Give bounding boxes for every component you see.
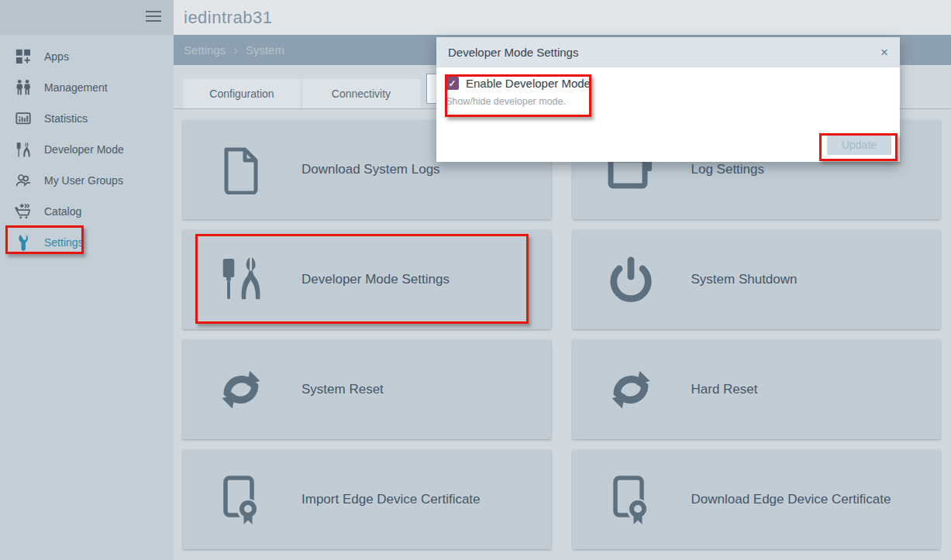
dialog-title: Developer Mode Settings (448, 46, 578, 59)
catalog-icon (13, 203, 33, 220)
sidebar-item-my-user-groups[interactable]: My User Groups (0, 165, 174, 196)
sidebar-item-developer-mode[interactable]: Developer Mode (0, 134, 174, 165)
sidebar-item-label: Management (44, 81, 108, 94)
breadcrumb-settings[interactable]: Settings (184, 43, 226, 57)
sidebar-item-catalog[interactable]: Catalog (0, 196, 174, 227)
sidebar-item-label: Settings (44, 236, 84, 249)
tile-label: Log Settings (691, 162, 765, 177)
tile-label: Developer Mode Settings (301, 272, 450, 287)
tile-label: System Reset (301, 382, 384, 397)
update-button[interactable]: Update (827, 135, 891, 155)
sidebar-item-statistics[interactable]: Statistics (0, 103, 174, 134)
dialog-header: Developer Mode Settings × (436, 37, 900, 67)
tile-system-reset[interactable]: System Reset (183, 340, 551, 439)
tile-grid: Download System Logs Log Settings (174, 109, 951, 549)
tile-developer-mode-settings[interactable]: Developer Mode Settings (183, 230, 551, 329)
sidebar-header (0, 0, 174, 35)
tile-import-edge-device-certificate[interactable]: Import Edge Device Certificate (183, 450, 551, 549)
tools-icon (215, 256, 267, 303)
developer-mode-settings-dialog: Developer Mode Settings × ✓ Enable Devel… (436, 37, 900, 162)
sidebar-item-label: Catalog (44, 205, 81, 218)
dialog-body: ✓ Enable Developer Mode Show/hide develo… (436, 67, 900, 107)
tile-label: System Shutdown (691, 272, 798, 287)
management-icon (13, 79, 33, 96)
sidebar-item-label: Developer Mode (44, 143, 124, 156)
certificate-icon (605, 473, 656, 526)
sidebar-item-apps[interactable]: Apps (0, 41, 174, 72)
tools-icon (13, 142, 33, 158)
wrench-icon (13, 234, 33, 251)
tile-system-shutdown[interactable]: System Shutdown (573, 230, 941, 329)
checkbox-label: Enable Developer Mode (466, 77, 591, 90)
tab-connectivity[interactable]: Connectivity (302, 79, 420, 108)
tab-configuration[interactable]: Configuration (183, 79, 301, 108)
tile-label: Import Edge Device Certificate (301, 492, 481, 507)
sidebar-item-settings[interactable]: Settings (0, 227, 174, 258)
user-groups-icon (13, 172, 33, 189)
sidebar-item-label: My User Groups (44, 174, 123, 187)
tile-hard-reset[interactable]: Hard Reset (573, 340, 941, 439)
document-icon (215, 145, 267, 194)
apps-icon (13, 48, 33, 65)
statistics-icon (13, 110, 33, 127)
chevron-right-icon: › (233, 43, 238, 57)
enable-developer-mode-checkbox[interactable]: ✓ (446, 77, 459, 90)
hamburger-menu-icon[interactable] (146, 11, 161, 25)
checkbox-description: Show/hide developer mode. (446, 96, 891, 107)
tile-download-edge-device-certificate[interactable]: Download Edge Device Certificate (573, 450, 941, 549)
tile-label: Hard Reset (691, 382, 758, 397)
power-icon (605, 256, 656, 304)
sidebar-item-label: Statistics (44, 112, 88, 125)
sidebar: Apps Management (0, 0, 174, 560)
sidebar-item-management[interactable]: Management (0, 72, 174, 103)
close-icon[interactable]: × (880, 46, 888, 59)
breadcrumb-system: System (246, 43, 284, 57)
reset-icon (215, 366, 267, 413)
reset-icon (605, 366, 656, 413)
tile-label: Download Edge Device Certificate (691, 492, 891, 507)
device-title: iedintrab31 (174, 8, 272, 28)
certificate-icon (215, 473, 267, 526)
app-header: iedintrab31 (174, 0, 951, 35)
sidebar-item-label: Apps (44, 50, 69, 63)
sidebar-nav: Apps Management (0, 35, 174, 258)
tile-label: Download System Logs (301, 162, 440, 177)
